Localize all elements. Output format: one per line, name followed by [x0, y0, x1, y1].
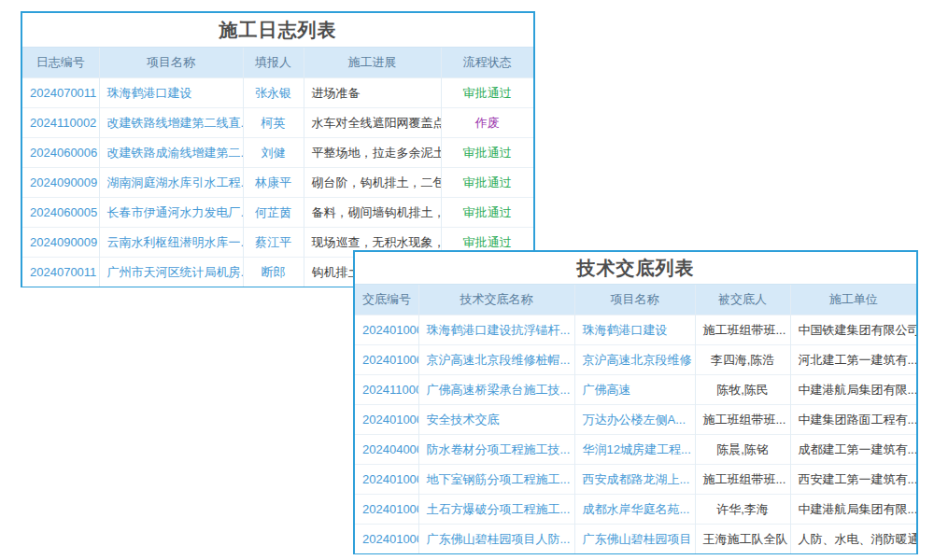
- construction-unit-cell: 成都建工第一建筑有...: [790, 435, 916, 465]
- reporter-cell[interactable]: 林康平: [243, 168, 304, 198]
- status-cell: 作废: [441, 108, 533, 138]
- reporter-cell[interactable]: 蔡江平: [243, 228, 304, 258]
- log-number-cell[interactable]: 2024070011: [22, 78, 99, 108]
- table-row: 2024110002改建铁路线增建第二线直...柯英水车对全线遮阳网覆盖点进..…: [22, 108, 533, 138]
- construction-unit-cell: 河北建工第一建筑有...: [790, 345, 916, 375]
- reporter-cell[interactable]: 何芷茵: [243, 198, 304, 228]
- log-number-cell[interactable]: 2024110002: [22, 108, 99, 138]
- table-row: 2024010002地下室钢筋分项工程施工...西安成都路龙湖上...施工班组带…: [355, 465, 916, 495]
- disclosure-number-cell[interactable]: 2024010004: [355, 345, 418, 375]
- table-header-row: 交底编号技术交底名称项目名称被交底人施工单位: [355, 285, 916, 315]
- project-name-cell[interactable]: 广佛高速: [574, 375, 695, 405]
- log-number-cell[interactable]: 2024090009: [22, 228, 99, 258]
- progress-cell: 平整场地，拉走多余泥土15...: [304, 138, 441, 168]
- table-row: 2024060006改建铁路成渝线增建第二...刘健平整场地，拉走多余泥土15.…: [22, 138, 533, 168]
- column-header-reporter: 填报人: [243, 48, 304, 78]
- construction-unit-cell: 中建港航局集团有限...: [790, 375, 916, 405]
- construction-log-table-title: 施工日志列表: [22, 13, 533, 47]
- progress-cell: 水车对全线遮阳网覆盖点进...: [304, 108, 441, 138]
- column-header-project-name: 项目名称: [574, 285, 695, 315]
- progress-cell: 进场准备: [304, 78, 441, 108]
- column-header-progress: 施工进展: [304, 48, 441, 78]
- status-cell: 审批通过: [441, 138, 533, 168]
- receiver-cell: 施工班组带班...: [695, 315, 790, 345]
- disclosure-number-cell[interactable]: 2024010003: [355, 405, 418, 435]
- table-row: 2024010002土石方爆破分项工程施工...成都水岸华庭名苑...许华,李海…: [355, 495, 916, 525]
- construction-unit-cell: 中建港航局集团有限...: [790, 495, 916, 525]
- column-header-project-name: 项目名称: [99, 48, 243, 78]
- receiver-cell: 施工班组带班...: [695, 405, 790, 435]
- disclosure-name-cell[interactable]: 广佛高速桥梁承台施工技...: [418, 375, 574, 405]
- table-row: 2024010001广东佛山碧桂园项目人防...广东佛山碧桂园项目王海施工队全队…: [355, 525, 916, 554]
- disclosure-number-cell[interactable]: 2024010002: [355, 495, 418, 525]
- project-name-cell[interactable]: 改建铁路成渝线增建第二...: [99, 138, 243, 168]
- disclosure-number-cell[interactable]: 2024010003: [355, 315, 418, 345]
- table-row: 2024010003安全技术交底万达办公楼左侧A...施工班组带班...中建集团…: [355, 405, 916, 435]
- disclosure-name-cell[interactable]: 京沪高速北京段维修桩帽...: [418, 345, 574, 375]
- receiver-cell: 许华,李海: [695, 495, 790, 525]
- log-number-cell[interactable]: 2024060006: [22, 138, 99, 168]
- disclosure-name-cell[interactable]: 地下室钢筋分项工程施工...: [418, 465, 574, 495]
- construction-unit-cell: 西安建工第一建筑有...: [790, 465, 916, 495]
- column-header-status: 流程状态: [441, 48, 533, 78]
- reporter-cell[interactable]: 断郎: [243, 258, 304, 287]
- disclosure-name-cell[interactable]: 安全技术交底: [418, 405, 574, 435]
- project-name-cell[interactable]: 云南水利枢纽潜明水库一...: [99, 228, 243, 258]
- construction-unit-cell: 中国铁建集团有限公司: [790, 315, 916, 345]
- project-name-cell[interactable]: 改建铁路线增建第二线直...: [99, 108, 243, 138]
- receiver-cell: 陈晨,陈铭: [695, 435, 790, 465]
- reporter-cell[interactable]: 柯英: [243, 108, 304, 138]
- receiver-cell: 王海施工队全队: [695, 525, 790, 554]
- column-header-disclosure-name: 技术交底名称: [418, 285, 574, 315]
- technical-disclosure-table: 交底编号技术交底名称项目名称被交底人施工单位 2024010003珠海鹤港口建设…: [355, 284, 916, 553]
- project-name-cell[interactable]: 长春市伊通河水力发电厂...: [99, 198, 243, 228]
- disclosure-number-cell[interactable]: 2024110001: [355, 375, 418, 405]
- disclosure-name-cell[interactable]: 珠海鹤港口建设抗浮锚杆...: [418, 315, 574, 345]
- progress-cell: 备料，砌间墙钩机排土，瓦...: [304, 198, 441, 228]
- project-name-cell[interactable]: 广东佛山碧桂园项目: [574, 525, 695, 554]
- column-header-receiver: 被交底人: [695, 285, 790, 315]
- table-row: 2024040001防水卷材分项工程施工技...华润12城房建工程...陈晨,陈…: [355, 435, 916, 465]
- project-name-cell[interactable]: 西安成都路龙湖上...: [574, 465, 695, 495]
- project-name-cell[interactable]: 珠海鹤港口建设: [574, 315, 695, 345]
- status-cell: 审批通过: [441, 78, 533, 108]
- table-row: 2024010003珠海鹤港口建设抗浮锚杆...珠海鹤港口建设施工班组带班...…: [355, 315, 916, 345]
- reporter-cell[interactable]: 刘健: [243, 138, 304, 168]
- construction-unit-cell: 中建集团路面工程有...: [790, 405, 916, 435]
- construction-log-table-card: 施工日志列表 日志编号项目名称填报人施工进展流程状态 2024070011珠海鹤…: [21, 11, 535, 287]
- status-cell: 审批通过: [441, 168, 533, 198]
- table-row: 2024060005长春市伊通河水力发电厂...何芷茵备料，砌间墙钩机排土，瓦.…: [22, 198, 533, 228]
- progress-cell: 砌台阶，钩机排土，二包砌...: [304, 168, 441, 198]
- technical-disclosure-table-card: 技术交底列表 交底编号技术交底名称项目名称被交底人施工单位 2024010003…: [353, 250, 918, 554]
- project-name-cell[interactable]: 万达办公楼左侧A...: [574, 405, 695, 435]
- table-row: 2024110001广佛高速桥梁承台施工技...广佛高速陈牧,陈民中建港航局集团…: [355, 375, 916, 405]
- receiver-cell: 李四海,陈浩: [695, 345, 790, 375]
- project-name-cell[interactable]: 华润12城房建工程...: [574, 435, 695, 465]
- column-header-disclosure-number: 交底编号: [355, 285, 418, 315]
- receiver-cell: 施工班组带班...: [695, 465, 790, 495]
- disclosure-name-cell[interactable]: 土石方爆破分项工程施工...: [418, 495, 574, 525]
- table-row: 2024010004京沪高速北京段维修桩帽...京沪高速北京段维修李四海,陈浩河…: [355, 345, 916, 375]
- log-number-cell[interactable]: 2024060005: [22, 198, 99, 228]
- status-cell: 审批通过: [441, 198, 533, 228]
- construction-unit-cell: 人防、水电、消防暖通: [790, 525, 916, 554]
- log-number-cell[interactable]: 2024070011: [22, 258, 99, 287]
- log-number-cell[interactable]: 2024090009: [22, 168, 99, 198]
- disclosure-number-cell[interactable]: 2024040001: [355, 435, 418, 465]
- table-header-row: 日志编号项目名称填报人施工进展流程状态: [22, 48, 533, 78]
- disclosure-name-cell[interactable]: 防水卷材分项工程施工技...: [418, 435, 574, 465]
- project-name-cell[interactable]: 广州市天河区统计局机房...: [99, 258, 243, 287]
- table-row: 2024070011珠海鹤港口建设张永银进场准备审批通过: [22, 78, 533, 108]
- reporter-cell[interactable]: 张永银: [243, 78, 304, 108]
- project-name-cell[interactable]: 京沪高速北京段维修: [574, 345, 695, 375]
- column-header-construction-unit: 施工单位: [790, 285, 916, 315]
- project-name-cell[interactable]: 成都水岸华庭名苑...: [574, 495, 695, 525]
- disclosure-number-cell[interactable]: 2024010001: [355, 525, 418, 554]
- technical-disclosure-table-title: 技术交底列表: [355, 252, 916, 284]
- project-name-cell[interactable]: 珠海鹤港口建设: [99, 78, 243, 108]
- disclosure-number-cell[interactable]: 2024010002: [355, 465, 418, 495]
- column-header-log-number: 日志编号: [22, 48, 99, 78]
- project-name-cell[interactable]: 湖南洞庭湖水库引水工程...: [99, 168, 243, 198]
- table-row: 2024090009湖南洞庭湖水库引水工程...林康平砌台阶，钩机排土，二包砌.…: [22, 168, 533, 198]
- disclosure-name-cell[interactable]: 广东佛山碧桂园项目人防...: [418, 525, 574, 554]
